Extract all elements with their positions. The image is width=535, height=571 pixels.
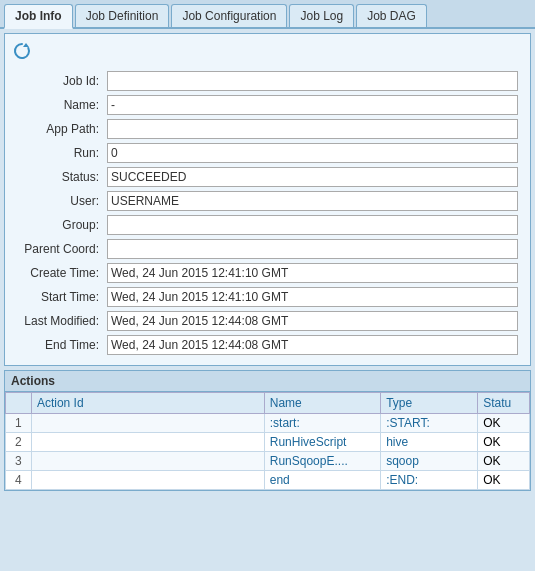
row-num: 3 bbox=[6, 452, 32, 471]
start-time-label: Start Time: bbox=[13, 285, 103, 309]
svg-marker-0 bbox=[23, 43, 29, 47]
end-time-input[interactable] bbox=[107, 335, 518, 355]
name-label: Name: bbox=[13, 93, 103, 117]
row-num: 2 bbox=[6, 433, 32, 452]
col-header-status: Statu bbox=[478, 393, 530, 414]
actions-table-header-row: Action Id Name Type Statu bbox=[6, 393, 530, 414]
tab-job-dag[interactable]: Job DAG bbox=[356, 4, 427, 27]
name-cell: RunHiveScript bbox=[264, 433, 380, 452]
row-num: 1 bbox=[6, 414, 32, 433]
app-path-label: App Path: bbox=[13, 117, 103, 141]
actions-table: Action Id Name Type Statu 1 :start: :STA… bbox=[5, 392, 530, 490]
job-info-panel: Job Id: Name: App Path: Run: Status: bbox=[4, 33, 531, 366]
table-row[interactable]: 3 RunSqoopE.... sqoop OK bbox=[6, 452, 530, 471]
job-id-input[interactable] bbox=[107, 71, 518, 91]
job-id-label: Job Id: bbox=[13, 69, 103, 93]
run-input[interactable] bbox=[107, 143, 518, 163]
type-cell: :START: bbox=[381, 414, 478, 433]
status-cell: OK bbox=[478, 433, 530, 452]
refresh-icon[interactable] bbox=[13, 42, 31, 60]
group-label: Group: bbox=[13, 213, 103, 237]
tab-job-log[interactable]: Job Log bbox=[289, 4, 354, 27]
app-path-input[interactable] bbox=[107, 119, 518, 139]
col-header-name: Name bbox=[264, 393, 380, 414]
actions-section: Actions Action Id Name Type Statu 1 :sta… bbox=[4, 370, 531, 491]
action-id-cell bbox=[31, 433, 264, 452]
table-row[interactable]: 1 :start: :START: OK bbox=[6, 414, 530, 433]
status-label: Status: bbox=[13, 165, 103, 189]
create-time-input[interactable] bbox=[107, 263, 518, 283]
status-cell: OK bbox=[478, 414, 530, 433]
action-id-cell bbox=[31, 452, 264, 471]
tab-job-info[interactable]: Job Info bbox=[4, 4, 73, 29]
status-cell: OK bbox=[478, 471, 530, 490]
col-header-num bbox=[6, 393, 32, 414]
name-cell: RunSqoopE.... bbox=[264, 452, 380, 471]
parent-coord-label: Parent Coord: bbox=[13, 237, 103, 261]
table-row[interactable]: 2 RunHiveScript hive OK bbox=[6, 433, 530, 452]
end-time-label: End Time: bbox=[13, 333, 103, 357]
name-input[interactable] bbox=[107, 95, 518, 115]
start-time-input[interactable] bbox=[107, 287, 518, 307]
actions-header: Actions bbox=[5, 371, 530, 392]
name-cell: end bbox=[264, 471, 380, 490]
status-input[interactable] bbox=[107, 167, 518, 187]
tab-bar: Job Info Job Definition Job Configuratio… bbox=[0, 0, 535, 29]
row-num: 4 bbox=[6, 471, 32, 490]
status-cell: OK bbox=[478, 452, 530, 471]
group-input[interactable] bbox=[107, 215, 518, 235]
col-header-action-id: Action Id bbox=[31, 393, 264, 414]
job-info-form: Job Id: Name: App Path: Run: Status: bbox=[13, 69, 522, 357]
table-row[interactable]: 4 end :END: OK bbox=[6, 471, 530, 490]
col-header-type: Type bbox=[381, 393, 478, 414]
create-time-label: Create Time: bbox=[13, 261, 103, 285]
user-input[interactable] bbox=[107, 191, 518, 211]
type-cell: sqoop bbox=[381, 452, 478, 471]
user-label: User: bbox=[13, 189, 103, 213]
action-id-cell bbox=[31, 471, 264, 490]
tab-job-configuration[interactable]: Job Configuration bbox=[171, 4, 287, 27]
parent-coord-input[interactable] bbox=[107, 239, 518, 259]
name-cell: :start: bbox=[264, 414, 380, 433]
tab-job-definition[interactable]: Job Definition bbox=[75, 4, 170, 27]
action-id-cell bbox=[31, 414, 264, 433]
run-label: Run: bbox=[13, 141, 103, 165]
last-modified-label: Last Modified: bbox=[13, 309, 103, 333]
type-cell: hive bbox=[381, 433, 478, 452]
type-cell: :END: bbox=[381, 471, 478, 490]
last-modified-input[interactable] bbox=[107, 311, 518, 331]
